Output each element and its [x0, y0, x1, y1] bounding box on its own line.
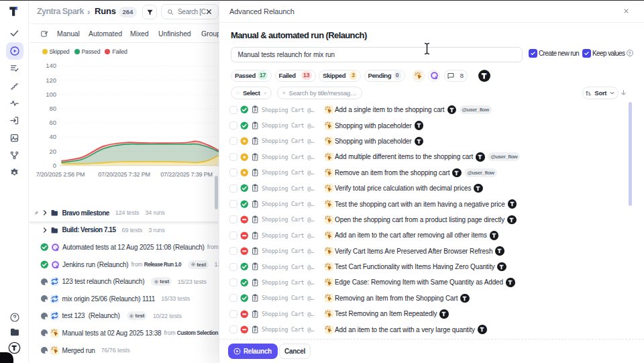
test-checkbox[interactable] [229, 310, 237, 318]
tab-mixed[interactable]: Mixed [130, 24, 149, 43]
sidebar-item-play-circle[interactable] [6, 42, 23, 60]
filter-chip-passed[interactable]: Passed17 [231, 70, 272, 82]
run-row[interactable]: Jenkins run (Relaunch)from Release Run 1… [30, 256, 219, 273]
sidebar-item-gear[interactable] [6, 164, 23, 181]
main-scrollbar[interactable] [215, 176, 218, 209]
expand-chevron-icon[interactable] [42, 227, 48, 234]
close-icon[interactable] [623, 7, 630, 15]
milestone-row[interactable]: Bravo milestone124 tests34 runs [30, 205, 219, 222]
test-checkbox[interactable] [229, 294, 237, 302]
run-row[interactable]: mix origin 25/06 (Relaunch) 111115/33 te… [30, 290, 219, 307]
test-title[interactable]: Test Cart Functionality with Items Havin… [335, 263, 494, 270]
filter-chip-automated-spiral[interactable] [428, 70, 440, 82]
test-checkbox[interactable] [229, 168, 237, 176]
sort-dropdown[interactable]: Sort [582, 87, 619, 99]
test-title[interactable]: Open the shopping cart from a product li… [335, 216, 504, 223]
tag-pill[interactable]: test [188, 260, 208, 269]
run-name[interactable]: Jenkins run (Relaunch) [62, 261, 128, 268]
breadcrumb-project[interactable]: Zyntra Spark [37, 7, 84, 16]
sidebar-avatar-t[interactable] [8, 342, 21, 354]
chat-widget[interactable] [0, 352, 13, 363]
filter-chip-skipped[interactable]: Skipped3 [319, 70, 361, 82]
assignee-avatar[interactable] [478, 70, 490, 82]
test-title[interactable]: Add an item to the cart with a very larg… [335, 326, 475, 333]
tag-pill[interactable]: test [151, 277, 171, 286]
relaunch-button[interactable]: Relaunch [228, 344, 278, 359]
test-checkbox[interactable] [229, 215, 237, 223]
test-title[interactable]: Test Removing an Item Repeatedly [335, 310, 437, 317]
run-row[interactable]: Manual tests at 02 Aug 2025 13:38from Cu… [30, 325, 219, 342]
test-checkbox[interactable] [229, 185, 237, 193]
test-row[interactable]: Shopping Cart @…Test the shopping cart w… [229, 196, 625, 211]
test-title[interactable]: Test the shopping cart with an item havi… [335, 201, 505, 208]
download-arrow-icon[interactable] [619, 89, 628, 97]
milestone-name[interactable]: Bravo milestone [62, 209, 109, 217]
test-row[interactable]: Shopping Cart @…Shopping with placeholde… [229, 117, 625, 133]
sidebar-item-box-arrow[interactable] [6, 112, 23, 129]
help-icon[interactable]: ? [627, 50, 633, 56]
run-name[interactable]: Manual tests at 02 Aug 2025 13:38 [62, 329, 162, 337]
test-title[interactable]: Verify Cart Items Are Preserved After Br… [335, 248, 492, 255]
test-title[interactable]: Shopping with placeholder [335, 138, 412, 145]
test-checkbox[interactable] [229, 106, 237, 114]
checkbox-checked-icon[interactable] [582, 49, 591, 58]
app-logo[interactable] [7, 5, 21, 18]
sidebar-folder-filled[interactable] [9, 327, 20, 338]
test-row[interactable]: Shopping Cart @…Edge Case: Removing Item… [229, 274, 625, 290]
test-checkbox[interactable] [229, 231, 237, 240]
test-row[interactable]: Shopping Cart @…Shopping with placeholde… [229, 134, 625, 149]
checkbox-checked-icon[interactable] [529, 49, 537, 58]
top-search-input[interactable]: Search [C [161, 4, 219, 19]
sidebar-item-list-check[interactable] [6, 60, 23, 77]
sidebar-item-image[interactable] [6, 129, 23, 147]
test-title[interactable]: Edge Case: Removing Item with Same Quant… [335, 278, 503, 286]
test-row[interactable]: Shopping Cart @…Verify total price calcu… [229, 180, 625, 196]
sidebar-item-check[interactable] [6, 25, 23, 42]
run-row[interactable]: Automated tests at 12 Aug 2025 11:08 (Re… [30, 239, 219, 256]
option-keep-values[interactable]: Keep values [582, 49, 625, 58]
run-name[interactable]: mix origin 25/06 (Relaunch) 1111 [62, 295, 156, 303]
test-title[interactable]: Removing an Item from the Shopping Cart [335, 295, 458, 302]
test-title[interactable]: Shopping with placeholder [335, 122, 412, 129]
test-title[interactable]: Add an item to the cart after removing a… [335, 231, 487, 239]
run-name[interactable]: Automated tests at 12 Aug 2025 11:08 (Re… [62, 244, 205, 251]
cancel-button[interactable]: Cancel [279, 344, 311, 359]
run-name[interactable]: Merged run [62, 347, 95, 354]
sidebar-item-steps[interactable] [6, 76, 23, 94]
filter-chip-comment[interactable]: 8 [444, 70, 468, 82]
breadcrumb-page[interactable]: Runs [95, 6, 116, 16]
test-row[interactable]: Shopping Cart @…Verify Cart Items Are Pr… [229, 244, 625, 259]
milestone-name[interactable]: Build: Version 7.15 [62, 226, 116, 234]
sidebar-item-pulse[interactable] [6, 94, 23, 111]
test-row[interactable]: Shopping Cart @…Add an item to the cart … [229, 321, 625, 337]
run-row[interactable]: test 123 (Relaunch)test10/22 tests [30, 307, 219, 325]
run-row[interactable]: Merged run76/76 tests [30, 342, 219, 359]
test-checkbox[interactable] [229, 247, 237, 255]
expand-chevron-icon[interactable] [42, 209, 48, 216]
sidebar-help[interactable] [9, 312, 20, 323]
test-title[interactable]: Add multiple different items to the shop… [335, 153, 473, 160]
test-checkbox[interactable] [229, 263, 237, 271]
sidebar-item-branch[interactable] [6, 147, 23, 164]
run-name[interactable]: 123 test relaunch (Relaunch) [62, 278, 145, 285]
tests-search-input[interactable]: Search by title/messag… [277, 87, 362, 99]
test-title[interactable]: Verify total price calculation with deci… [335, 185, 471, 192]
test-title[interactable]: Add a single item to the shopping cart [335, 106, 445, 113]
test-checkbox[interactable] [229, 325, 237, 333]
test-checkbox[interactable] [229, 121, 237, 129]
filter-chip-failed[interactable]: Failed13 [275, 70, 316, 82]
test-row[interactable]: Shopping Cart @…Add multiple different i… [229, 149, 625, 164]
test-row[interactable]: Shopping Cart @…Removing an Item from th… [229, 291, 625, 306]
tab-automated[interactable]: Automated [89, 24, 122, 43]
drawer-scrollbar[interactable] [629, 102, 632, 206]
test-checkbox[interactable] [229, 153, 237, 161]
test-row[interactable]: Shopping Cart @…Test Removing an Item Re… [229, 306, 625, 321]
tab-manual[interactable]: Manual [57, 24, 80, 43]
test-checkbox[interactable] [229, 200, 237, 208]
test-title[interactable]: Remove an item from the shopping cart [335, 169, 449, 176]
run-name-input[interactable] [231, 47, 523, 62]
test-row[interactable]: Shopping Cart @…Test Cart Functionality … [229, 259, 625, 274]
tab-unfinished[interactable]: Unfinished [158, 24, 191, 43]
test-row[interactable]: Shopping Cart @…Add an item to the cart … [229, 227, 625, 243]
test-checkbox[interactable] [229, 137, 237, 145]
